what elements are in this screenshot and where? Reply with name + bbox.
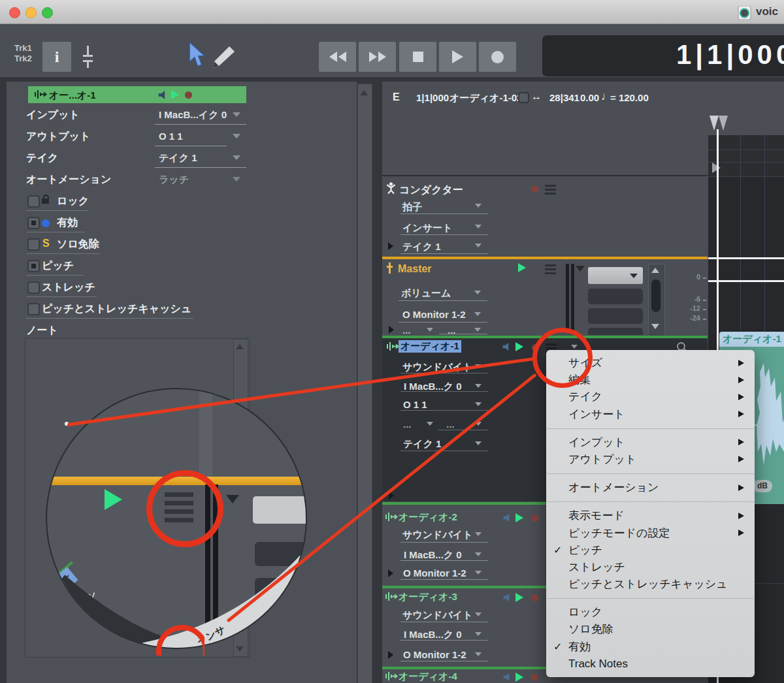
menu-item-pitch[interactable]: ✓ピッチ <box>546 542 755 559</box>
record-button[interactable] <box>479 42 516 72</box>
master-name[interactable]: Master <box>398 263 432 275</box>
pointer-tool-icon[interactable] <box>188 41 205 70</box>
take-dropdown-icon[interactable] <box>233 155 240 160</box>
audio2-name[interactable]: オーディオ-2 <box>399 511 457 524</box>
conductor-row-take[interactable]: テイク 1 <box>402 241 441 253</box>
master-fader-strip[interactable] <box>566 264 569 330</box>
menu-item-stretch[interactable]: ストレッチ <box>546 559 755 576</box>
conductor-disclosure-icon[interactable] <box>388 242 393 250</box>
master-insert-slot[interactable] <box>588 289 643 304</box>
audio2-disclosure-icon[interactable] <box>388 569 393 577</box>
stop-button[interactable] <box>399 42 436 72</box>
menu-item-enabled[interactable]: ✓有効 <box>546 639 755 656</box>
master-fader-dropdown-icon[interactable] <box>576 266 585 272</box>
enabled-checkbox[interactable] <box>27 217 40 229</box>
master-dots-a[interactable]: ... <box>402 325 411 336</box>
play-button[interactable] <box>439 42 476 72</box>
speaker-icon[interactable] <box>502 343 510 351</box>
pencil-tool-icon[interactable] <box>209 45 237 70</box>
edit-value[interactable]: 0.00 <box>580 92 599 103</box>
edit-selection-name[interactable]: オーディオ-1-02 <box>449 92 522 104</box>
edit-length[interactable]: 28|341 <box>549 92 580 103</box>
master-scroll-up-icon[interactable] <box>651 268 659 273</box>
input-field-value[interactable]: I MacB...イク 0 <box>159 109 227 121</box>
audio2-play-icon[interactable] <box>515 513 523 522</box>
master-row-volume[interactable]: ボリューム <box>401 287 451 300</box>
dropdown-icon[interactable] <box>427 422 433 426</box>
solo-exempt-checkbox[interactable] <box>27 238 40 251</box>
rewind-button[interactable] <box>319 42 356 72</box>
track-play-icon[interactable] <box>171 90 179 99</box>
audio3-name[interactable]: オーディオ-3 <box>399 591 457 603</box>
dropdown-icon[interactable] <box>475 204 482 208</box>
playhead-flag2-icon[interactable] <box>719 116 728 131</box>
menu-item-output[interactable]: アウトプット <box>546 451 755 468</box>
menu-item-track-notes[interactable]: Track Notes <box>546 656 755 673</box>
dropdown-icon[interactable] <box>475 384 482 388</box>
menu-item-pitch-stretch-cache[interactable]: ピッチとストレッチキャッシュ <box>546 576 755 593</box>
track-record-icon[interactable] <box>185 91 192 99</box>
take-field-value[interactable]: テイク 1 <box>159 152 197 165</box>
track-info-button[interactable]: i <box>42 42 71 72</box>
edit-tempo[interactable]: = 120.00 <box>610 92 649 103</box>
dropdown-icon[interactable] <box>475 571 482 575</box>
minimize-icon[interactable] <box>25 7 37 18</box>
audio1-dots-b[interactable]: ... <box>446 419 455 430</box>
output-field-value[interactable]: O 1 1 <box>159 131 183 142</box>
audio1-play-icon[interactable] <box>515 342 523 351</box>
dropdown-icon[interactable] <box>475 441 482 445</box>
master-scroll-down-icon[interactable] <box>651 324 659 329</box>
automation-field-value[interactable]: ラッチ <box>159 174 189 186</box>
dropdown-icon[interactable] <box>475 652 482 656</box>
audio3-disclosure-icon[interactable] <box>388 651 393 659</box>
audio3-row-output[interactable]: O Monitor 1-2 <box>403 649 466 660</box>
playhead-flag-icon[interactable] <box>710 116 719 131</box>
audio4-record-icon[interactable] <box>531 674 538 681</box>
dropdown-icon[interactable] <box>475 244 482 247</box>
pitch-checkbox[interactable] <box>27 260 40 272</box>
edit-checkbox[interactable] <box>518 92 529 103</box>
audio3-record-icon[interactable] <box>531 594 538 601</box>
audio1-row-output[interactable]: O 1 1 <box>403 399 427 410</box>
menu-item-input[interactable]: インプット <box>546 434 755 451</box>
menu-item-display-mode[interactable]: 表示モード <box>546 507 755 524</box>
dropdown-icon[interactable] <box>475 225 482 229</box>
pitch-stretch-cache-checkbox[interactable] <box>27 303 40 315</box>
audio4-play-icon[interactable] <box>515 673 523 682</box>
edit-mode-label[interactable]: E <box>393 91 400 103</box>
master-disclosure-icon[interactable] <box>389 326 394 334</box>
audio1-name-selected[interactable]: オーディオ-1 <box>399 340 461 353</box>
menu-item-automation[interactable]: オートメーション <box>546 479 755 496</box>
dropdown-icon[interactable] <box>475 632 482 636</box>
speaker-icon[interactable] <box>503 673 510 681</box>
master-menu-icon[interactable] <box>545 264 556 276</box>
audio2-row-output[interactable]: O Monitor 1-2 <box>403 567 466 579</box>
dropdown-icon[interactable] <box>475 552 482 556</box>
dropdown-icon[interactable] <box>475 532 482 536</box>
output-dropdown-icon[interactable] <box>233 134 240 138</box>
master-insert-slot3[interactable] <box>588 328 643 335</box>
dropdown-icon[interactable] <box>474 291 481 294</box>
master-row-output[interactable]: O Monitor 1-2 <box>402 309 466 320</box>
close-icon[interactable] <box>9 7 20 18</box>
edit-position[interactable]: 1|1|000 <box>416 92 449 103</box>
speaker-icon[interactable] <box>503 594 510 601</box>
dropdown-icon[interactable] <box>427 328 433 332</box>
master-play-icon[interactable] <box>518 263 526 272</box>
audio2-record-icon[interactable] <box>531 515 538 522</box>
conductor-row-insert[interactable]: インサート <box>402 222 452 234</box>
dropdown-icon[interactable] <box>475 402 482 406</box>
menu-item-take[interactable]: テイク <box>546 389 755 405</box>
zoom-icon[interactable] <box>42 7 53 18</box>
master-insert-slot2[interactable] <box>588 308 643 324</box>
conductor-row-meter[interactable]: 拍子 <box>402 201 422 214</box>
master-scroll-thumb[interactable] <box>651 279 661 312</box>
speaker-icon[interactable] <box>158 91 166 99</box>
speaker-icon[interactable] <box>503 514 510 522</box>
automation-dropdown-icon[interactable] <box>233 177 240 182</box>
inspector-scroll-up-icon[interactable] <box>360 90 368 95</box>
lock-checkbox[interactable] <box>27 195 40 208</box>
dropdown-icon[interactable] <box>474 312 481 316</box>
master-fader-strip2[interactable] <box>571 264 574 330</box>
input-dropdown-icon[interactable] <box>233 112 240 117</box>
